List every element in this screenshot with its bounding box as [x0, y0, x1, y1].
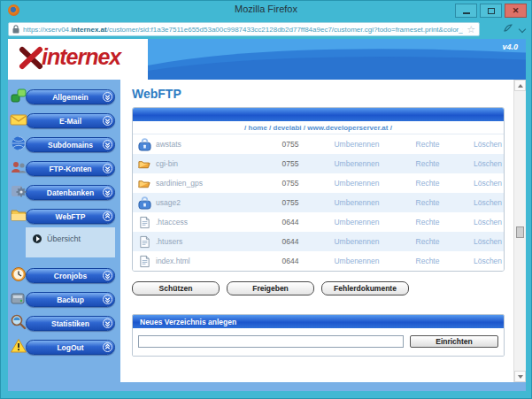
envelope-icon [10, 111, 27, 128]
page-header: v4.0 internex [8, 39, 526, 80]
sidebar-subitem-übersicht[interactable]: Übersicht [33, 234, 115, 243]
chevron-icon[interactable] [103, 318, 112, 328]
rename-link[interactable]: Umbenennen [313, 257, 400, 265]
delete-link[interactable]: Löschen [455, 198, 505, 207]
rename-link[interactable]: Umbenennen [313, 159, 400, 168]
url-bar[interactable]: https://xserv04.internex.at/customer/sid… [8, 22, 480, 36]
sidebar-item-label: FTP-Konten [49, 165, 91, 173]
delete-link[interactable]: Löschen [455, 218, 505, 226]
rights-link[interactable]: Rechte [400, 159, 455, 168]
sidebar-item-statistiken[interactable]: Statistiken [26, 316, 115, 331]
maximize-icon [488, 8, 495, 14]
breadcrumb[interactable]: / home / develabi / www.developerserver.… [133, 121, 504, 134]
file-row: index.html 0644 Umbenennen Rechte Lösche… [133, 251, 504, 271]
scroll-up-button[interactable] [514, 80, 526, 91]
file-icon [138, 235, 151, 249]
rights-link[interactable]: Rechte [400, 179, 455, 188]
sidebar-item-subdomains[interactable]: Subdomains [26, 137, 115, 152]
file-permissions: 0755 [267, 179, 313, 188]
chevron-icon[interactable] [103, 140, 112, 150]
delete-link[interactable]: Löschen [455, 140, 505, 149]
sidebar-item-allgemein[interactable]: Allgemein [26, 89, 115, 104]
sidebar-item-label: Statistiken [51, 319, 89, 328]
rename-link[interactable]: Umbenennen [313, 218, 400, 226]
new-directory-input[interactable] [138, 335, 404, 348]
logo-text: internex [42, 44, 120, 70]
file-name-link[interactable]: awstats [156, 140, 267, 149]
file-name-link[interactable]: index.html [156, 257, 267, 265]
chevron-icon[interactable] [103, 211, 112, 221]
rename-link[interactable]: Umbenennen [313, 198, 400, 207]
window-title: Mozilla Firefox [1, 4, 531, 14]
delete-link[interactable]: Löschen [455, 257, 505, 265]
new-directory-title: Neues Verzeichnis anlegen [133, 315, 504, 328]
rights-link[interactable]: Rechte [400, 140, 455, 149]
chevron-icon[interactable] [103, 271, 112, 280]
rights-link[interactable]: Rechte [400, 198, 455, 207]
rename-link[interactable]: Umbenennen [313, 179, 400, 188]
file-panel-header-bar [133, 108, 504, 121]
folder-locked-icon [138, 138, 151, 151]
file-name-link[interactable]: .htaccess [156, 218, 267, 226]
chevron-icon[interactable] [103, 164, 112, 173]
file-name-link[interactable]: .htusers [156, 237, 267, 246]
globe-icon [10, 134, 27, 152]
rights-link[interactable]: Rechte [400, 237, 455, 246]
minimize-button[interactable] [455, 4, 477, 18]
cubes-icon [10, 87, 27, 104]
sidebar-item-label: Cronjobs [54, 272, 87, 280]
file-name-link[interactable]: cgi-bin [156, 159, 267, 168]
sidebar-item-datenbanken[interactable]: Datenbanken [26, 185, 115, 200]
chevron-icon[interactable] [103, 92, 112, 102]
rights-link[interactable]: Rechte [400, 257, 455, 265]
sidebar-item-cronjobs[interactable]: Cronjobs [26, 268, 115, 283]
rename-link[interactable]: Umbenennen [313, 237, 400, 246]
rights-link[interactable]: Rechte [400, 218, 455, 226]
sidebar-item-e-mail[interactable]: E-Mail [26, 113, 115, 128]
sidebar-item-webftp[interactable]: WebFTP [26, 209, 115, 224]
main-content: WebFTP / home / develabi / www.developer… [120, 80, 526, 382]
sidebar-item-backup[interactable]: Backup [26, 292, 115, 307]
chevron-icon[interactable] [103, 188, 112, 197]
delete-link[interactable]: Löschen [455, 179, 505, 188]
url-text[interactable]: https://xserv04.internex.at/customer/sid… [23, 26, 463, 34]
nav-extra-icons [504, 24, 526, 33]
fehlerdokumente-button[interactable]: Fehlerdokumente [321, 281, 409, 295]
file-name-link[interactable]: sardinien_gps [156, 179, 267, 188]
sidebar-item-logout[interactable]: LogOut [26, 340, 115, 355]
freigeben-button[interactable]: Freigeben [227, 281, 314, 295]
content-scrollbar[interactable] [513, 80, 526, 382]
panel-action-buttons: Schützen Freigeben Fehlerdokumente [132, 281, 505, 295]
lock-icon [12, 25, 19, 34]
page-frame: v4.0 internex Allgemein E-Mail Subdom [8, 39, 526, 391]
play-bullet-icon [33, 234, 42, 243]
navigation-bar: https://xserv04.internex.at/customer/sid… [1, 19, 531, 39]
scrollbar-thumb[interactable] [516, 226, 524, 238]
warning-icon [10, 337, 27, 355]
close-button[interactable]: ✕ [505, 4, 527, 18]
sch-tzen-button[interactable]: Schützen [132, 281, 220, 295]
file-name-link[interactable]: usage2 [156, 198, 267, 207]
browser-window: Mozilla Firefox ✕ https://xserv04.intern… [0, 0, 532, 399]
bookmark-star-icon[interactable]: ☆ [466, 25, 475, 35]
maximize-button[interactable] [480, 4, 502, 18]
clock-icon [10, 265, 27, 283]
delete-link[interactable]: Löschen [455, 237, 505, 246]
delete-link[interactable]: Löschen [455, 159, 505, 168]
chevron-icon[interactable] [103, 295, 112, 304]
file-row: sardinien_gps 0755 Umbenennen Rechte Lös… [133, 173, 504, 193]
chevron-icon[interactable] [103, 116, 112, 126]
file-permissions: 0755 [267, 198, 313, 207]
sidebar-item-label: WebFTP [56, 212, 86, 221]
rename-link[interactable]: Umbenennen [313, 140, 400, 149]
file-row: .htusers 0644 Umbenennen Rechte Löschen … [133, 232, 504, 251]
menu-chevron-icon[interactable] [520, 26, 526, 32]
sidebar-item-ftp-konten[interactable]: FTP-Konten [26, 161, 115, 176]
file-permissions: 0644 [267, 218, 313, 226]
internex-logo[interactable]: internex [19, 44, 120, 70]
scroll-down-button[interactable] [514, 371, 526, 382]
pocket-icon[interactable] [504, 24, 513, 33]
create-directory-button[interactable]: Einrichten [410, 335, 498, 348]
file-row: usage2 0755 Umbenennen Rechte Löschen [133, 193, 504, 212]
chevron-icon[interactable] [103, 342, 112, 352]
